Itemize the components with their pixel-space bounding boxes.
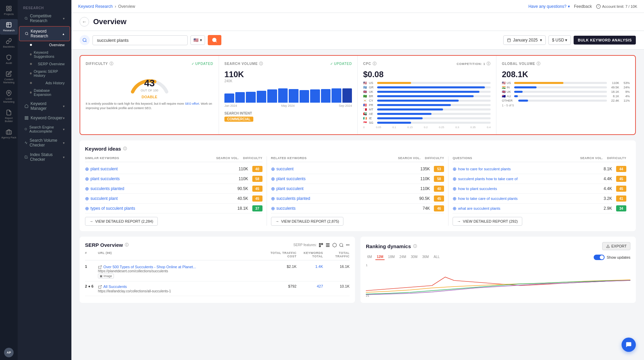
bar-track — [377, 91, 491, 93]
page-title: Overview — [93, 17, 126, 26]
tab-36m[interactable]: 36M — [421, 254, 430, 260]
keyword-link[interactable]: ⊕succulents planted — [85, 186, 124, 191]
date-select[interactable]: January 2025 ▾ — [503, 35, 546, 45]
search-input-wrap[interactable] — [92, 35, 188, 45]
view-report-similar-button[interactable]: → VIEW DETAILED REPORT (2,284) — [85, 217, 158, 226]
sidebar-subitem-database-expansion[interactable]: Database Expansion — [19, 87, 70, 98]
chevron-icon: ▾ — [63, 17, 65, 20]
keyword-link[interactable]: ⊕how to plant succulents — [453, 186, 497, 191]
list-item: ⊕succulents planted 90.5K45 — [271, 194, 444, 204]
keyword-link[interactable]: ⊕succulent — [271, 166, 294, 172]
info-icon[interactable]: ⓘ — [537, 61, 541, 66]
have-questions-link[interactable]: Have any questions? ▾ — [528, 4, 570, 9]
toggle-switch[interactable] — [594, 255, 605, 260]
chat-bubble[interactable] — [622, 338, 636, 352]
list-item: ⊕plant succulents 110K58 — [271, 174, 444, 184]
keyword-link[interactable]: ⊕how to care for succulent plants — [453, 166, 511, 172]
info-icon[interactable]: ⓘ — [487, 61, 491, 66]
difficulty-badge: 45 — [434, 195, 444, 202]
sidebar-subitem-ads-history[interactable]: Ads History — [19, 79, 70, 87]
info-icon[interactable]: ⓘ — [373, 61, 377, 66]
keyword-link[interactable]: ⊕succulents — [271, 206, 296, 211]
bar-fill — [377, 100, 459, 102]
bar — [321, 89, 331, 103]
sidebar-item-competitive-research[interactable]: Competitive Research ▾ — [19, 11, 70, 25]
keyword-link[interactable]: ⊕succulent plants how to take care of — [453, 176, 518, 182]
sidebar-icon-backlinks[interactable]: Backlinks — [0, 35, 18, 51]
similar-header: SIMILAR KEYWORDS SEARCH VOL. DIFFICULTY — [85, 156, 262, 162]
sidebar-subitem-organic-serp[interactable]: Organic SERP History — [19, 68, 70, 79]
bar-track — [377, 95, 491, 97]
view-report-questions-button[interactable]: → VIEW DETAILED REPORT (292) — [453, 217, 522, 226]
sidebar-icon-audit[interactable]: Audit — [0, 52, 18, 67]
export-button[interactable]: EXPORT — [602, 242, 630, 250]
breadcrumb-keyword-research[interactable]: Keyword Research — [78, 4, 113, 9]
sidebar-subitem-keyword-suggestions[interactable]: Keyword Suggestions — [19, 49, 70, 60]
bar-fill — [514, 95, 518, 97]
tab-all[interactable]: ALL — [432, 254, 441, 260]
bottom-sections: SERP Overview ⓘ SERP features: ••• # URL — [80, 237, 636, 303]
tab-24m[interactable]: 24M — [398, 254, 407, 260]
keyword-link[interactable]: ⊕what are succulent plants — [453, 206, 500, 211]
keyword-link[interactable]: ⊕how to take care of succulent plants — [453, 196, 518, 201]
country-flag-select[interactable]: 🇺🇸 ▾ — [190, 35, 205, 45]
keyword-link[interactable]: ⊕succulent plant — [85, 196, 118, 201]
svg-point-7 — [25, 32, 28, 35]
tab-6m[interactable]: 6M — [366, 254, 373, 260]
svg-point-28 — [340, 243, 343, 246]
sidebar-subitem-serp-overview[interactable]: SERP Overview — [19, 60, 70, 68]
cpc-sg-row: 🇸🇬SG — [363, 121, 491, 124]
sidebar-item-keyword-manager[interactable]: Keyword Manager ▾ — [19, 99, 70, 113]
search-input[interactable] — [97, 38, 165, 43]
info-icon[interactable]: ⓘ — [125, 242, 129, 247]
bar — [300, 90, 309, 103]
bulk-keyword-button[interactable]: BULK KEYWORD ANALYSIS — [574, 36, 636, 45]
info-icon[interactable]: ⓘ — [413, 244, 417, 249]
ranking-dynamics-section: Ranking dynamics ⓘ EXPORT 6M 12M 18M 2 — [360, 237, 636, 303]
info-icon[interactable]: ⓘ — [109, 61, 114, 66]
keyword-ideas-title: Keyword ideas ⓘ — [85, 146, 630, 152]
info-icon[interactable]: ⓘ — [123, 146, 127, 151]
serp-kw-total[interactable]: 1.4K — [299, 264, 323, 269]
serp-kw-total[interactable]: 427 — [299, 284, 323, 288]
cpc-uk-row: 🇬🇧UK — [363, 90, 491, 93]
keyword-link[interactable]: ⊕plant succulents — [271, 176, 306, 182]
sidebar-icon-projects[interactable]: Projects — [0, 3, 18, 18]
user-avatar[interactable]: AP — [4, 348, 14, 357]
search-icon-circle[interactable] — [80, 35, 90, 45]
currency-select[interactable]: $ USD ▾ — [548, 35, 571, 45]
view-report-related-button[interactable]: → VIEW DETAILED REPORT (2,875) — [271, 217, 344, 226]
topbar-right: Have any questions? ▾ Feedback Account l… — [528, 4, 637, 9]
keyword-link[interactable]: ⊕succulents planted — [271, 196, 310, 201]
tab-30m[interactable]: 30M — [409, 254, 419, 260]
serp-url-title[interactable]: All Succulents — [103, 284, 127, 289]
feedback-button[interactable]: Feedback — [574, 4, 592, 9]
related-header: RELATED KEYWORDS SEARCH VOL. DIFFICULTY — [271, 156, 444, 162]
sidebar-icon-report[interactable]: Report Builder — [0, 107, 18, 125]
back-button[interactable]: ← — [80, 17, 89, 27]
sidebar-icon-research[interactable]: Research — [0, 19, 18, 35]
sidebar-item-keyword-grouper[interactable]: Keyword Grouper ▾ — [19, 113, 70, 123]
ellipsis-icon[interactable]: ••• — [346, 243, 350, 247]
tab-12m[interactable]: 12M — [375, 254, 385, 260]
keyword-link[interactable]: ⊕plant succulent — [271, 186, 304, 191]
plus-icon: ⊕ — [85, 206, 89, 211]
sidebar-icon-local[interactable]: Local Marketing — [0, 87, 18, 106]
serp-url-title[interactable]: Over 500 Types of Succulents - Shop Onli… — [103, 264, 196, 269]
tab-18m[interactable]: 18M — [387, 254, 396, 260]
sidebar-item-search-engine-autocomplete[interactable]: Search Engine Autocomplete ▾ — [19, 123, 70, 136]
search-button[interactable] — [208, 35, 221, 45]
keyword-link[interactable]: ⊕plant succulents — [85, 176, 120, 182]
sidebar-subitem-overview[interactable]: Overview — [19, 41, 70, 49]
sidebar-item-keyword-research[interactable]: Keyword Research ▴ — [19, 26, 70, 41]
difficulty-gauge: 43 OUT OF 100 DOABLE It is entirely poss… — [86, 70, 213, 110]
show-updates-toggle: Show updates — [594, 255, 630, 260]
sidebar-item-search-volume[interactable]: Search Volume Checker ▾ — [19, 136, 70, 150]
related-keywords-col: RELATED KEYWORDS SEARCH VOL. DIFFICULTY … — [267, 156, 449, 226]
keyword-link[interactable]: ⊕types of succulent plants — [85, 206, 135, 211]
sidebar-item-index-status[interactable]: Index Status Checker ▾ — [19, 150, 70, 164]
sidebar-icon-agency[interactable]: Agency Pack — [0, 126, 18, 142]
info-icon[interactable]: ⓘ — [259, 61, 263, 66]
sidebar-icon-content[interactable]: Content Marketing — [0, 68, 18, 87]
keyword-link[interactable]: ⊕plant succulent — [85, 166, 118, 172]
